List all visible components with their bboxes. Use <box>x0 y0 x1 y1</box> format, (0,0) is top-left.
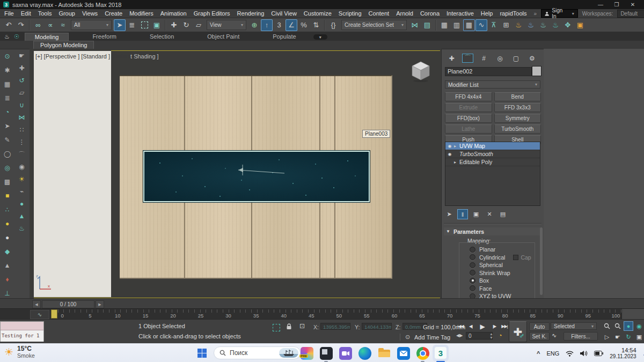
zoom-all-icon[interactable] <box>613 321 623 331</box>
light-tool-icon[interactable]: ☀ <box>17 175 27 184</box>
motion-tab-icon[interactable]: ◎ <box>494 54 506 63</box>
set-keys-button[interactable]: ✚⚷ <box>509 321 527 342</box>
menu-scripting[interactable]: Scripting <box>339 10 362 17</box>
make-unique-icon[interactable]: ▣ <box>471 209 481 219</box>
mail-app-icon[interactable] <box>397 347 410 360</box>
key-selection-dropdown[interactable]: Selected ▾ <box>551 322 597 330</box>
timeline-ruler[interactable]: ∿ 05101520253035404550556065707580859095… <box>0 308 644 319</box>
current-frame-field[interactable]: 0 <box>466 332 493 339</box>
mirror-tool-icon[interactable]: ⋈ <box>17 113 27 122</box>
menu-content[interactable]: Content <box>369 10 390 17</box>
perspective-viewport[interactable]: [+] [Perspective ] [Standard ] [Default … <box>30 49 441 298</box>
sphere-wire-icon[interactable]: ⊙ <box>2 51 13 62</box>
menu-rendering[interactable]: Rendering <box>237 10 265 17</box>
material-editor-icon[interactable]: ⊞ <box>500 19 512 31</box>
scale-tool-icon[interactable]: ▱ <box>17 88 27 97</box>
expand-arrow-icon[interactable]: ▸ <box>454 160 459 165</box>
show-end-result-icon[interactable]: ‖ <box>457 209 468 219</box>
select-and-move-icon[interactable]: ✚ <box>168 19 180 31</box>
menu-tools[interactable]: Tools <box>38 10 52 17</box>
radio-face[interactable] <box>470 285 475 291</box>
cone-tool-icon[interactable]: ▲ <box>17 212 27 221</box>
menu-interactive[interactable]: Interactive <box>447 10 474 17</box>
snaps-toggle-3d-icon[interactable]: 3 <box>273 19 285 31</box>
mapping-option-box[interactable]: Box <box>470 278 531 283</box>
go-to-end-icon[interactable]: ▶▶| <box>500 322 509 330</box>
percent-snap-toggle-icon[interactable]: % <box>298 19 310 31</box>
time-configuration-icon[interactable]: ◔ <box>498 331 502 339</box>
close-button[interactable]: ✕ <box>625 1 641 9</box>
a360-gallery-icon[interactable]: ✥ <box>562 19 574 31</box>
select-and-rotate-icon[interactable]: ↻ <box>180 19 192 31</box>
listener-pane[interactable]: Testing for 1 <box>1 330 43 342</box>
radio-shrink-wrap[interactable] <box>470 270 475 276</box>
move-tool-icon[interactable]: ✚ <box>17 63 27 72</box>
layer-manager-icon[interactable]: ▥ <box>451 19 463 31</box>
x-coord-field[interactable]: 13955,395m <box>320 323 350 330</box>
menu-create[interactable]: Create <box>105 10 122 17</box>
modify-tab-icon[interactable]: ⌒ <box>462 54 473 63</box>
ribbon-toggle-icon[interactable]: ▦ <box>463 19 475 31</box>
ribbon-tab-modeling[interactable]: Modeling <box>25 33 69 41</box>
array-tool-icon[interactable]: ∷ <box>17 125 27 134</box>
sphere-tool-icon[interactable]: ● <box>2 232 13 243</box>
render-production-icon[interactable]: ♨ <box>550 19 561 31</box>
modifier-button-symmetry[interactable]: Symmetry <box>494 114 541 123</box>
triangle-tool-icon[interactable]: ▲ <box>2 260 13 271</box>
modifier-list-dropdown[interactable]: Modifier List ▾ <box>445 80 540 88</box>
time-slider[interactable] <box>51 309 57 319</box>
menu-views[interactable]: Views <box>82 10 98 17</box>
maximize-button[interactable]: ❐ <box>609 1 625 9</box>
rectangular-selection-region-icon[interactable] <box>138 19 150 31</box>
render-teapot-icon[interactable]: ♨ <box>4 33 10 40</box>
asset-library-icon[interactable]: ▣ <box>574 19 586 31</box>
menu-arnold[interactable]: Arnold <box>396 10 413 17</box>
radio-spherical[interactable] <box>470 262 475 268</box>
expand-arrow-icon[interactable]: ▸ <box>454 144 459 149</box>
select-and-scale-icon[interactable]: ▱ <box>193 19 204 31</box>
modifier-button-bend[interactable]: Bend <box>494 92 541 101</box>
unlink-selection-icon[interactable]: ∝ <box>45 19 56 31</box>
radio-cylindrical[interactable] <box>470 254 475 260</box>
modifier-button-ffd-4x4x4[interactable]: FFD 4x4x4 <box>445 92 492 101</box>
timeline-mode-toggle[interactable]: ∿ <box>30 310 49 319</box>
menu-civil-view[interactable]: Civil View <box>271 10 296 17</box>
isolate-selection-toggle-icon[interactable] <box>273 324 280 331</box>
bind-to-spacewarp-icon[interactable]: ≈ <box>57 19 69 31</box>
create-selection-set-dropdown[interactable]: Create Selection Set▾ <box>341 20 407 30</box>
hand-tool-icon[interactable]: ☛ <box>17 51 27 60</box>
box-tool-icon[interactable]: ▩ <box>2 176 13 187</box>
object-color-swatch[interactable] <box>532 66 541 76</box>
magnet-tool-icon[interactable]: ∪ <box>17 100 27 109</box>
set-key-button[interactable]: Set K. <box>529 332 550 341</box>
3ds-max-app-icon[interactable]: 3 <box>435 347 447 359</box>
go-to-start-icon[interactable]: |◀◀ <box>456 322 465 330</box>
stack-item-editable-poly[interactable]: ▸Editable Poly <box>445 158 540 166</box>
macro-recorder-pane[interactable] <box>1 322 43 330</box>
ribbon-minimize-toggle[interactable]: ▼ <box>313 34 327 40</box>
mapping-option-planar[interactable]: Planar <box>470 247 531 252</box>
sphere-b-tool-icon[interactable]: ● <box>17 200 27 209</box>
start-button[interactable] <box>197 349 207 358</box>
file-explorer-icon[interactable] <box>378 347 391 360</box>
menu-animation[interactable]: Animation <box>160 10 187 17</box>
cap-checkbox[interactable] <box>513 255 518 260</box>
search-highlight-image[interactable] <box>279 348 298 358</box>
viewport-label[interactable]: [+] [Perspective ] [Standard ] [Default … <box>35 53 159 60</box>
grid-tool-icon[interactable]: ▦ <box>2 79 13 90</box>
cursor-tool-icon[interactable]: ➤ <box>2 121 13 131</box>
menu-file[interactable]: File <box>4 10 14 17</box>
use-pivot-point-icon[interactable]: ⊕ <box>248 19 260 31</box>
next-frame-icon[interactable]: |▶ <box>490 322 499 330</box>
parameters-rollout-header[interactable]: ▼ Parameters <box>444 227 541 235</box>
utilities-tab-icon[interactable]: ⚙ <box>526 54 538 63</box>
battery-icon[interactable] <box>594 351 603 356</box>
selected-plane-object[interactable] <box>143 151 370 202</box>
select-object-icon[interactable]: ➤ <box>114 19 126 31</box>
absolute-mode-toggle-icon[interactable]: ⊡ <box>299 322 305 330</box>
orbit-icon[interactable]: ↻ <box>624 332 633 342</box>
undo-icon[interactable]: ↶ <box>3 19 14 31</box>
chrome-browser-icon[interactable] <box>416 347 429 360</box>
menu-group[interactable]: Group <box>58 10 75 17</box>
zoom-extents-all-icon[interactable]: ◉ <box>634 321 644 331</box>
